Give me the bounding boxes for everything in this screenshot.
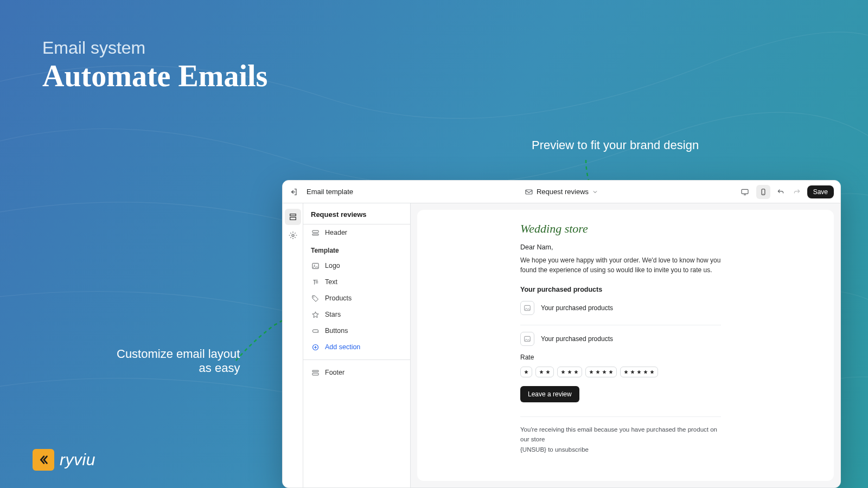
undo-button[interactable]: [775, 186, 787, 198]
email-greeting: Dear Nam,: [520, 243, 721, 251]
desktop-view[interactable]: [738, 185, 752, 199]
product-row: Your purchased products: [520, 299, 721, 325]
topbar-title: Email template: [307, 188, 353, 196]
panel-row-logo[interactable]: Logo: [303, 258, 410, 274]
chevrons-icon: [37, 454, 49, 466]
product-thumb: [520, 301, 534, 315]
hero-eyebrow: Email system: [42, 38, 145, 58]
editor-topbar: Email template Request reviews Save: [283, 181, 840, 203]
mobile-view[interactable]: [756, 185, 770, 199]
purchased-title: Your purchased products: [520, 286, 721, 293]
panel-row-header[interactable]: Header: [303, 224, 410, 241]
star-icon: [311, 310, 320, 319]
panel-row-buttons[interactable]: Buttons: [303, 323, 410, 339]
redo-button[interactable]: [791, 186, 803, 198]
panel-row-text[interactable]: Text: [303, 274, 410, 290]
product-row: Your purchased products: [520, 330, 721, 348]
add-section[interactable]: Add section: [303, 339, 410, 355]
brand-badge: [33, 449, 54, 471]
svg-rect-4: [290, 214, 296, 216]
sections-tab[interactable]: [285, 209, 301, 225]
panel-row-label: Buttons: [325, 327, 348, 335]
annotation-left-line1: Customize email layout: [117, 347, 240, 361]
svg-point-3: [763, 193, 763, 194]
header-icon: [311, 228, 320, 237]
left-rail: [283, 203, 303, 487]
side-panel: Request reviews Header Template Logo Tex…: [303, 203, 411, 487]
email-footer-1: You're receiving this email because you …: [520, 425, 721, 445]
panel-row-label: Logo: [325, 262, 340, 269]
email-brand: Wedding store: [520, 222, 721, 236]
leave-review-button[interactable]: Leave a review: [520, 386, 579, 402]
panel-row-label: Header: [325, 229, 347, 236]
hero-title: Automate Emails: [42, 59, 267, 93]
svg-rect-16: [525, 305, 531, 310]
panel-row-products[interactable]: Products: [303, 290, 410, 306]
rate-label: Rate: [520, 354, 721, 361]
svg-point-11: [313, 297, 314, 298]
product-label: Your purchased products: [541, 304, 613, 312]
annotation-left-line2: as easy: [117, 361, 240, 375]
svg-rect-15: [312, 373, 318, 375]
svg-rect-12: [312, 330, 318, 332]
panel-row-label: Products: [325, 294, 352, 302]
add-section-label: Add section: [325, 343, 360, 351]
svg-rect-1: [742, 189, 748, 194]
rate-groups: [520, 367, 721, 377]
text-icon: [311, 278, 320, 286]
panel-row-footer[interactable]: Footer: [303, 364, 410, 381]
rate-1[interactable]: [520, 367, 532, 377]
rate-4[interactable]: [585, 367, 617, 377]
email-footer-2: {UNSUB} to unsubscribe: [520, 445, 721, 454]
svg-rect-17: [525, 336, 531, 341]
exit-icon[interactable]: [289, 187, 299, 197]
svg-point-6: [292, 234, 294, 236]
email-body: We hope you were happy with your order. …: [520, 255, 721, 275]
brand-logo: ryviu: [33, 449, 95, 471]
tag-icon: [311, 294, 320, 303]
settings-tab[interactable]: [285, 227, 301, 243]
save-button[interactable]: Save: [807, 185, 834, 198]
rate-3[interactable]: [557, 367, 582, 377]
product-thumb: [520, 332, 534, 346]
panel-row-label: Text: [325, 278, 337, 286]
email-preview: Wedding store Dear Nam, We hope you were…: [417, 210, 834, 481]
annotation-right: Preview to fit your brand design: [532, 138, 699, 152]
button-icon: [311, 326, 320, 335]
panel-row-label: Stars: [325, 311, 341, 318]
svg-rect-0: [526, 190, 532, 194]
template-section-label: Template: [303, 241, 410, 258]
rate-5[interactable]: [620, 367, 658, 377]
svg-rect-5: [290, 217, 296, 220]
chevron-down-icon: [592, 189, 598, 195]
brand-name: ryviu: [60, 451, 95, 469]
panel-row-label: Footer: [325, 369, 344, 376]
annotation-left: Customize email layout as easy: [117, 347, 240, 375]
svg-rect-8: [312, 234, 318, 235]
envelope-icon: [525, 188, 533, 196]
product-label: Your purchased products: [541, 335, 613, 343]
svg-rect-14: [312, 370, 318, 372]
rate-2[interactable]: [535, 367, 554, 377]
editor-window: Email template Request reviews Save Requ…: [282, 180, 841, 488]
svg-rect-9: [312, 263, 318, 268]
template-dropdown[interactable]: Request reviews: [525, 188, 598, 196]
svg-rect-7: [312, 230, 318, 233]
panel-heading: Request reviews: [303, 203, 410, 224]
dropdown-label: Request reviews: [537, 188, 589, 196]
image-icon: [311, 261, 320, 270]
plus-circle-icon: [311, 343, 320, 351]
preview-canvas: Wedding store Dear Nam, We hope you were…: [411, 203, 840, 487]
panel-row-stars[interactable]: Stars: [303, 306, 410, 323]
footer-icon: [311, 368, 320, 377]
svg-point-10: [314, 265, 315, 266]
